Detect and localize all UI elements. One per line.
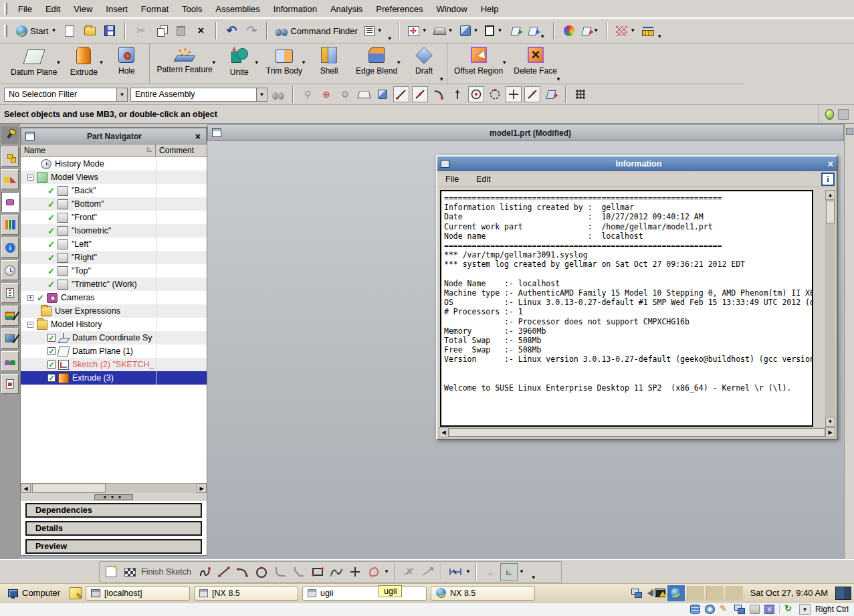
datum-plane-button[interactable]: Datum Plane▼ (5, 43, 62, 84)
snap-point-on-face-toggle[interactable] (543, 86, 559, 102)
profile-button[interactable] (197, 563, 214, 581)
selection-scope-combo[interactable]: Entire Assembly ▼ (130, 88, 268, 102)
details-panel-button[interactable]: Details (25, 521, 202, 536)
collapse-icon[interactable]: − (27, 175, 33, 181)
toolbar-grip[interactable] (4, 25, 7, 37)
info-menu-file[interactable]: File (445, 175, 459, 184)
virtualization-chip-icon[interactable]: V (764, 605, 774, 614)
constraint-navigator-button[interactable]: ◼◣ (1, 169, 19, 189)
display-tray-icon[interactable] (655, 589, 665, 597)
tree-row-view-right[interactable]: ✓"Right" (21, 251, 207, 264)
snap-point-toggle[interactable] (506, 86, 522, 102)
taskbar-window-nx85-splash[interactable]: [NX 8.5 (194, 586, 298, 601)
show-hide-button[interactable] (507, 21, 524, 41)
checkbox-checked[interactable]: ✓ (47, 374, 56, 382)
selection-filter-combo[interactable]: No Selection Filter ▼ (4, 88, 128, 102)
point-dialog-button[interactable]: ⊕ (318, 86, 334, 102)
taskbar-window-ugii[interactable]: ugii (302, 586, 427, 601)
scroll-thumb[interactable] (449, 428, 825, 437)
taskbar-window-localhost[interactable]: [localhost] (86, 586, 190, 601)
tree-row-view-left[interactable]: ✓"Left" (21, 237, 207, 251)
circle-button[interactable] (253, 563, 270, 581)
tree-row-view-trimetric[interactable]: ✓"Trimetric" (Work) (21, 278, 207, 291)
menu-edit[interactable]: Edit (39, 1, 67, 17)
snap-center-toggle[interactable] (468, 86, 484, 102)
menu-information[interactable]: Information (267, 1, 324, 17)
system-scene-button[interactable] (1, 374, 19, 394)
shaded-view-button[interactable]: ▼ (458, 21, 481, 41)
show-hide-alt-button[interactable]: ▼ (527, 21, 547, 41)
tree-row-extrude-selected[interactable]: ✓Extrude (3) (21, 371, 207, 385)
toolbar-overflow-icon[interactable]: ▼ (387, 35, 393, 41)
clock[interactable]: Sat Oct 27, 9:40 AM (750, 588, 828, 598)
snap-quadrant-toggle[interactable] (487, 86, 503, 102)
command-finder-button[interactable]: Command Finder (274, 21, 359, 41)
scroll-left-icon[interactable]: ◀ (439, 427, 449, 437)
snap-pattern-button[interactable]: ▼ (614, 21, 637, 41)
snap-end-point-toggle[interactable] (393, 86, 409, 102)
hd3d-tools-button[interactable]: i (1, 237, 19, 258)
visualization-button[interactable]: ▼ (580, 21, 601, 41)
menu-insert[interactable]: Insert (99, 1, 134, 17)
info-horizontal-scrollbar[interactable]: ◀ ▶ (439, 427, 835, 437)
scroll-right-icon[interactable]: ▶ (825, 427, 835, 437)
menu-tools[interactable]: Tools (175, 1, 209, 17)
collapse-icon[interactable]: − (27, 322, 33, 328)
menu-format[interactable]: Format (134, 1, 175, 17)
finish-sketch-button[interactable] (121, 563, 138, 581)
network-tray-icon[interactable] (631, 589, 642, 598)
offset-region-button[interactable]: Offset Region▼ (449, 43, 508, 84)
tree-horizontal-scrollbar[interactable]: ◀ ▶ (21, 483, 207, 493)
toolbar-overflow-icon[interactable]: ▼ (531, 575, 536, 581)
cut-button[interactable]: ✂ (132, 21, 149, 41)
column-header-comment[interactable]: Comment (156, 144, 207, 157)
checkbox-checked[interactable]: ✓ (47, 334, 56, 342)
role-palette-button[interactable] (560, 21, 578, 41)
menu-help[interactable]: Help (474, 1, 506, 17)
info-menu-edit[interactable]: Edit (476, 175, 491, 184)
clip-mini-icon[interactable] (846, 128, 853, 135)
assembly-navigator-button[interactable] (1, 146, 19, 167)
display-mode-button[interactable]: ▼ (432, 21, 455, 41)
scroll-thumb[interactable] (32, 484, 106, 493)
tree-row-model-views[interactable]: −Model Views (21, 171, 207, 184)
checkbox-checked[interactable]: ✓ (47, 361, 56, 369)
open-button[interactable] (81, 21, 98, 41)
checkbox-checked[interactable]: ✓ (47, 347, 56, 355)
mouse-integration-icon[interactable] (784, 605, 794, 614)
palettes-button[interactable] (1, 283, 19, 303)
new-button[interactable] (61, 21, 78, 41)
history-button[interactable] (1, 260, 19, 280)
resource-pin-button[interactable] (1, 126, 19, 144)
information-text-area[interactable]: ========================================… (440, 190, 813, 427)
splitter-handle-icon[interactable]: ▼▼▼ (94, 494, 133, 500)
trim-body-button[interactable]: Trim Body▼ (261, 43, 308, 84)
snap-pole-toggle[interactable] (449, 86, 465, 102)
info-vertical-scrollbar[interactable]: ▲ ▼ (825, 190, 835, 427)
roles-button[interactable] (1, 351, 19, 371)
offset-curve-button[interactable] (365, 563, 383, 581)
solid-snap-button[interactable] (375, 86, 391, 102)
menu-analysis[interactable]: Analysis (324, 1, 369, 17)
scroll-left-icon[interactable]: ◀ (21, 484, 31, 493)
rectangle-button[interactable] (309, 563, 326, 581)
tree-row-model-history[interactable]: −Model History (21, 318, 207, 331)
part-navigator-titlebar[interactable]: Part Navigator × (21, 128, 207, 144)
tree-row-view-front[interactable]: ✓"Front" (21, 211, 207, 224)
shared-clipboard-icon[interactable] (720, 605, 730, 614)
nx-tray-active[interactable] (667, 585, 685, 601)
chevron-down-icon[interactable]: ▼ (384, 569, 389, 575)
point-button[interactable] (346, 563, 364, 581)
constraints-button[interactable]: ⫠ (482, 563, 499, 581)
scroll-down-icon[interactable]: ▼ (825, 417, 835, 427)
menu-file[interactable]: File (11, 1, 39, 17)
extrude-button[interactable]: Extrude▼ (62, 43, 105, 84)
host-key-state-button[interactable]: ▼ (799, 604, 811, 615)
delete-button[interactable]: × (192, 21, 209, 41)
snap-mid-point-toggle[interactable] (412, 86, 428, 102)
unite-button[interactable]: +Unite▼ (218, 43, 261, 84)
measure-button[interactable]: ▼ (640, 21, 664, 41)
constraints-display-button[interactable]: ⊾ (500, 563, 518, 581)
quick-extend-button[interactable] (419, 563, 436, 581)
delete-face-button[interactable]: Delete Face▼ (508, 43, 562, 84)
